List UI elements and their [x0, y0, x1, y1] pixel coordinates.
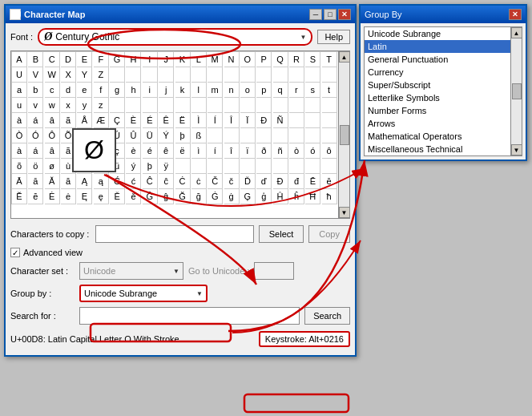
char-cell[interactable]: Ì [191, 113, 207, 128]
char-cell[interactable] [305, 113, 320, 128]
char-cell[interactable]: ċ [191, 174, 207, 189]
char-cell[interactable]: G [110, 52, 125, 67]
char-cell[interactable]: J [159, 52, 174, 67]
char-cell[interactable]: f [94, 83, 109, 98]
char-cell[interactable]: Ð [256, 113, 272, 128]
goto-input[interactable] [254, 262, 294, 280]
char-cell[interactable]: ì [191, 143, 207, 159]
char-cell[interactable]: Ò [12, 128, 27, 143]
char-cell[interactable]: k [175, 83, 191, 98]
char-cell[interactable]: v [28, 98, 43, 113]
char-cell[interactable] [224, 98, 240, 113]
char-cell[interactable] [305, 67, 320, 83]
scroll-down-arrow[interactable]: ▼ [339, 207, 350, 218]
char-cell[interactable]: õ [12, 159, 27, 174]
char-cell[interactable]: ğ [191, 189, 207, 204]
char-cell[interactable]: q [273, 83, 288, 98]
char-cell[interactable]: h [126, 83, 141, 98]
char-cell[interactable]: Ğ [175, 189, 191, 204]
char-cell[interactable]: ß [191, 128, 207, 143]
char-cell[interactable]: ø [45, 159, 60, 174]
char-cell[interactable]: á [28, 113, 43, 128]
char-cell[interactable] [191, 159, 207, 174]
char-cell[interactable] [191, 67, 207, 83]
char-cell[interactable]: Ó [28, 128, 43, 143]
char-cell[interactable]: ĕ [28, 189, 43, 204]
char-cell[interactable] [224, 67, 240, 83]
char-cell[interactable]: F [94, 52, 109, 67]
char-cell[interactable] [191, 98, 207, 113]
char-cell[interactable]: Ï [240, 113, 256, 128]
char-cell[interactable]: ð [256, 143, 272, 159]
char-cell[interactable]: Æ [94, 113, 109, 128]
char-cell[interactable] [289, 159, 304, 174]
char-cell[interactable]: R [289, 52, 304, 67]
char-cell[interactable]: ë [175, 143, 191, 159]
char-cell[interactable] [289, 67, 304, 83]
char-cell[interactable]: î [224, 143, 240, 159]
char-cell[interactable]: ö [28, 159, 43, 174]
char-cell[interactable]: B [28, 52, 43, 67]
char-cell[interactable] [256, 159, 272, 174]
groupby-item-currency[interactable]: Currency [365, 66, 510, 79]
char-cell[interactable] [273, 98, 288, 113]
char-cell[interactable] [305, 98, 320, 113]
char-cell[interactable]: D [61, 52, 76, 67]
char-cell[interactable]: Ë [175, 113, 191, 128]
char-cell[interactable] [159, 67, 174, 83]
char-cell[interactable]: Ç [110, 113, 125, 128]
char-cell[interactable]: C [45, 52, 60, 67]
char-cell[interactable]: b [28, 83, 43, 98]
char-cell[interactable]: K [175, 52, 191, 67]
char-cell[interactable]: N [224, 52, 240, 67]
char-cell[interactable]: þ [143, 159, 158, 174]
char-cell[interactable]: z [94, 98, 109, 113]
char-cell[interactable]: ĉ [159, 174, 174, 189]
char-cell[interactable]: ģ [256, 189, 272, 204]
char-cell[interactable]: U [12, 67, 27, 83]
char-cell[interactable]: T [322, 52, 337, 67]
char-cell[interactable]: a [12, 83, 27, 98]
char-cell[interactable]: S [305, 52, 320, 67]
scroll-up-arrow[interactable]: ▲ [339, 51, 350, 63]
char-cell[interactable]: ĥ [289, 189, 304, 204]
groupby-item-superscript[interactable]: Super/Subscript [365, 79, 510, 91]
char-cell[interactable]: L [191, 52, 207, 67]
char-cell[interactable]: ý [126, 159, 141, 174]
advanced-checkbox[interactable]: ✓ [10, 248, 20, 257]
copy-button[interactable]: Copy [308, 225, 350, 243]
font-combo[interactable]: Ø Century Gothic ▼ [38, 28, 312, 46]
char-cell[interactable]: ô [322, 143, 337, 159]
char-cell[interactable]: Ē [305, 174, 320, 189]
char-cell[interactable]: u [12, 98, 27, 113]
char-cell[interactable]: Z [94, 67, 109, 83]
char-cell[interactable]: e [77, 83, 92, 98]
minimize-button[interactable]: ─ [309, 9, 322, 20]
char-cell[interactable]: Đ [273, 174, 288, 189]
char-cell[interactable]: ą [94, 174, 109, 189]
char-cell[interactable]: Í [208, 113, 223, 128]
selected-char-enlarged[interactable]: Ø [72, 128, 116, 172]
char-cell[interactable] [208, 98, 223, 113]
char-cell[interactable]: ħ [322, 189, 337, 204]
char-cell[interactable]: à [12, 113, 27, 128]
char-cell[interactable] [322, 113, 337, 128]
char-cell[interactable]: ã [61, 113, 76, 128]
char-cell[interactable]: i [143, 83, 158, 98]
char-cell[interactable]: Å [77, 113, 92, 128]
char-cell[interactable] [110, 67, 125, 83]
char-cell[interactable]: ă [61, 174, 76, 189]
char-cell[interactable] [273, 67, 288, 83]
char-cell[interactable]: Û [126, 128, 141, 143]
char-cell[interactable] [305, 159, 320, 174]
char-cell[interactable] [273, 128, 288, 143]
char-cell[interactable] [273, 159, 288, 174]
char-cell[interactable]: Ý [159, 128, 174, 143]
char-cell[interactable]: r [289, 83, 304, 98]
char-cell[interactable]: Č [208, 174, 223, 189]
char-cell[interactable]: o [240, 83, 256, 98]
char-cell[interactable]: n [224, 83, 240, 98]
char-cell[interactable] [224, 159, 240, 174]
char-cell[interactable]: ÿ [159, 159, 174, 174]
char-cell[interactable]: j [159, 83, 174, 98]
